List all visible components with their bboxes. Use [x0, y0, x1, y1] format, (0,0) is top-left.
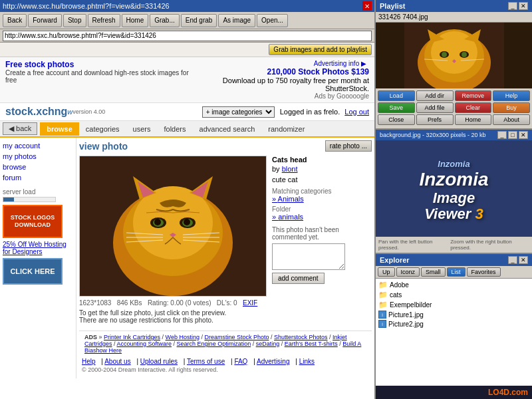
viewer-filename: background.jpg - 320x300 pixels - 20 kb [380, 132, 486, 138]
footer-faq[interactable]: FAQ [234, 358, 247, 365]
playlist-addfile-button[interactable]: Add file [416, 102, 454, 113]
ads-link-1[interactable]: Web Hosting [166, 334, 200, 340]
click-here-banner[interactable]: CLICK HERE [3, 258, 63, 285]
add-comment-button[interactable]: add comment [272, 273, 325, 284]
viewer-title: background.jpg - 320x300 pixels - 20 kb … [376, 130, 532, 140]
list-item[interactable]: i Picture2.jpg [377, 319, 531, 329]
rate-photo-button[interactable]: rate photo ... [325, 140, 372, 152]
comment-section: This photo hasn't been commented yet. ad… [272, 226, 358, 284]
playlist-close-button[interactable]: ✕ [519, 2, 528, 10]
stock-logos-banner[interactable]: STOCK LOGOS DOWNLOAD [3, 205, 63, 238]
photo-wrapper[interactable] [79, 156, 267, 297]
logout-link[interactable]: Log out [344, 108, 369, 116]
playlist-about-button[interactable]: About [493, 114, 530, 125]
browser-close-button[interactable]: ✕ [362, 1, 372, 11]
open-nav-button[interactable]: Open... [257, 14, 288, 27]
refresh-nav-button[interactable]: Refresh [88, 14, 120, 27]
footer-terms[interactable]: Terms of use [187, 358, 225, 365]
comment-textarea[interactable] [272, 243, 345, 270]
playlist-prefs-button[interactable]: Prefs [416, 114, 454, 125]
footer-upload-rules[interactable]: Upload rules [140, 358, 178, 365]
viewer-maximize-button[interactable]: □ [508, 131, 517, 139]
playlist-adddir-button[interactable]: Add dir [416, 90, 454, 101]
photo-placeholder[interactable] [80, 156, 266, 296]
tab-browse[interactable]: browse [40, 122, 79, 136]
ad-info[interactable]: Advertising info ▶ [190, 60, 369, 67]
folder-link[interactable]: » animals [272, 213, 303, 221]
site-logo[interactable]: stock.xchng [5, 106, 67, 118]
image-categories-select[interactable]: + image categories [202, 106, 275, 118]
web-hosting-link[interactable]: 25% Off Web Hosting for Designers [3, 241, 66, 255]
explorer-up-button[interactable]: Up [378, 267, 395, 277]
explorer-minimize-button[interactable]: _ [508, 256, 517, 264]
file-name: Adobe [390, 281, 409, 289]
ads-link-7[interactable]: seDating [256, 340, 280, 347]
ad-left-title[interactable]: Free stock photos [5, 60, 190, 69]
right-panel: Playlist _ ✕ 331426 7404.jpg [376, 0, 532, 399]
web-hosting-ad[interactable]: 25% Off Web Hosting for Designers [3, 241, 73, 255]
playlist-load-button[interactable]: Load [378, 90, 415, 101]
ads-link-6[interactable]: Search Engine Optimization [177, 340, 251, 347]
photo-exif-link[interactable]: EXIF [243, 299, 257, 307]
grab-playlist-button[interactable]: Grab images and add to playlist [269, 44, 372, 55]
viewer-controls: _ □ ✕ [497, 131, 528, 139]
as-image-nav-button[interactable]: As image [218, 14, 255, 27]
site-header: stock.xchng w version 4.00 + image categ… [0, 103, 374, 121]
tab-categories[interactable]: categories [79, 122, 126, 136]
list-item[interactable]: 📁 Exempelbilder [377, 300, 531, 310]
explorer-favorites-button[interactable]: Favorites [467, 267, 501, 277]
explorer-iconz-button[interactable]: Iconz [396, 267, 420, 277]
playlist-close-btn[interactable]: Close [378, 114, 415, 125]
footer-about[interactable]: About us [104, 358, 130, 365]
tab-folders[interactable]: folders [158, 122, 193, 136]
footer-links-link[interactable]: Links [299, 358, 315, 365]
stop-nav-button[interactable]: Stop [63, 14, 86, 27]
list-item[interactable]: 📁 Adobe [377, 280, 531, 290]
playlist-clear-button[interactable]: Clear [455, 102, 492, 113]
matching-cat-animals[interactable]: » Animals [272, 195, 304, 203]
forward-nav-button[interactable]: Forward [28, 14, 62, 27]
explorer-small-button[interactable]: Small [421, 267, 446, 277]
ad-by[interactable]: Ads by Gooooogle [190, 92, 369, 100]
tab-users[interactable]: users [126, 122, 158, 136]
footer-help[interactable]: Help [82, 358, 96, 365]
url-input[interactable] [3, 31, 372, 41]
sidebar-my-photos[interactable]: my photos [3, 152, 37, 160]
explorer-list-button[interactable]: List [447, 267, 466, 277]
viewer-close-button[interactable]: ✕ [519, 131, 528, 139]
list-item[interactable]: i Picture1.jpg [377, 310, 531, 319]
playlist-remove-button[interactable]: Remove [455, 90, 492, 101]
playlist-buttons: Load Add dir Remove Help Save Add file C… [376, 88, 532, 128]
footer-advertising[interactable]: Advertising [257, 358, 289, 365]
sidebar-my-account[interactable]: my account [3, 142, 40, 150]
tab-advanced-search[interactable]: advanced search [193, 122, 262, 136]
back-nav-button[interactable]: Back [3, 14, 27, 27]
ads-link-2[interactable]: Dreamstine Stock Photo [204, 334, 269, 340]
tab-randomizer[interactable]: randomizer [261, 122, 311, 136]
ads-link-5[interactable]: Accounting Software [117, 340, 172, 347]
ads-link-3[interactable]: Shutterstock Photos [274, 334, 328, 340]
sidebar-browse[interactable]: browse [3, 163, 26, 171]
playlist-buy-button[interactable]: Buy [493, 102, 530, 113]
browser-url-title: http://www.sxc.hu/browse.phtml?f=view&id… [3, 2, 170, 10]
ads-link-8[interactable]: Earth's Best T-shirts [285, 340, 338, 347]
ad-right-title[interactable]: 210,000 Stock Photos $139 [190, 67, 369, 76]
end-grab-nav-button[interactable]: End grab [181, 14, 217, 27]
explorer-close-button[interactable]: ✕ [519, 256, 528, 264]
back-button[interactable]: ◀ back [3, 122, 37, 135]
file-name: Exempelbilder [390, 301, 432, 309]
ad-right: Advertising info ▶ 210,000 Stock Photos … [190, 60, 369, 100]
playlist-home-button[interactable]: Home [455, 114, 492, 125]
playlist-minimize-button[interactable]: _ [508, 2, 517, 10]
viewer-minimize-button[interactable]: _ [497, 131, 507, 139]
playlist-help-button[interactable]: Help [493, 90, 530, 101]
viewer-logo: Inzomia Inzomia Image Viewer 3 [419, 155, 488, 222]
ad-left-desc: Create a free account and download high-… [5, 69, 190, 84]
grab-nav-button[interactable]: Grab... [150, 14, 180, 27]
photo-by-link[interactable]: blont [282, 165, 298, 173]
list-item[interactable]: 📁 cats [377, 290, 531, 300]
sidebar-forum[interactable]: forum [3, 174, 21, 182]
playlist-save-button[interactable]: Save [378, 102, 415, 113]
ads-link-0[interactable]: Printer Ink Cartridges [104, 334, 160, 340]
home-nav-button[interactable]: Home [122, 14, 149, 27]
